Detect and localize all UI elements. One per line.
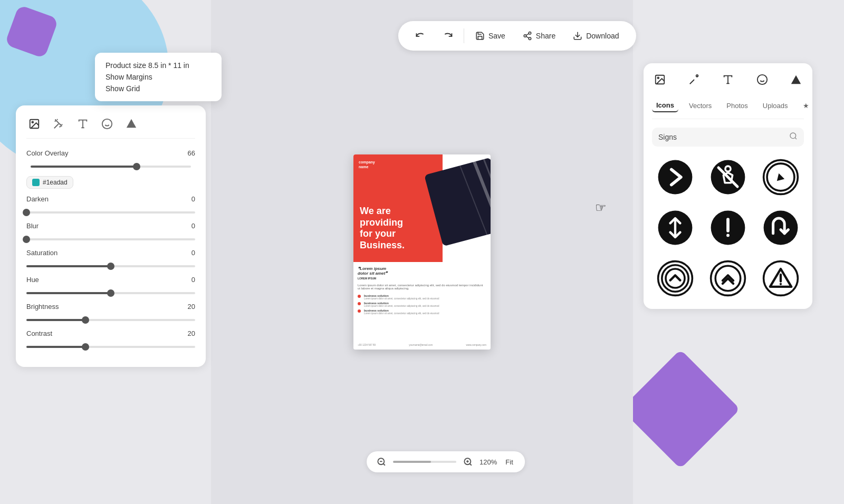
search-input[interactable] xyxy=(658,133,789,141)
svg-line-3 xyxy=(526,36,529,38)
icon-double-chevron[interactable] xyxy=(705,256,751,301)
share-icon xyxy=(522,31,533,41)
share-label: Share xyxy=(536,32,555,40)
saturation-label: Saturation xyxy=(26,249,74,257)
share-button[interactable]: Share xyxy=(516,27,562,44)
redo-icon xyxy=(443,31,453,41)
tooltip-panel: Product size 8.5 in * 11 in Show Margins… xyxy=(95,53,222,101)
blur-value: 0 xyxy=(179,222,195,230)
feature-row-2: business solution Lorem ipsum dolor sit … xyxy=(358,302,486,307)
svg-point-27 xyxy=(696,75,698,77)
product-size-text: Product size 8.5 in * 11 in xyxy=(106,61,211,70)
right-tab-shape[interactable] xyxy=(788,72,804,91)
darken-slider[interactable] xyxy=(26,211,195,214)
undo-icon xyxy=(415,31,426,41)
color-dot xyxy=(32,179,40,186)
download-label: Download xyxy=(586,32,619,40)
svg-line-17 xyxy=(454,154,491,262)
right-panel-top-icons xyxy=(652,72,804,91)
brightness-slider[interactable] xyxy=(26,319,195,321)
feature-dot-2 xyxy=(358,302,361,305)
blur-row: Blur 0 xyxy=(26,222,195,230)
icon-layered-chevron[interactable] xyxy=(652,256,698,301)
svg-point-47 xyxy=(764,211,798,245)
svg-point-50 xyxy=(666,269,685,288)
color-overlay-slider[interactable] xyxy=(31,166,191,168)
svg-line-8 xyxy=(55,120,62,127)
top-toolbar: Save Share Download xyxy=(398,21,636,51)
show-grid-text: Show Grid xyxy=(106,84,211,93)
right-panel-tabs: Icons Vectors Photos Uploads ★ xyxy=(652,99,804,119)
right-tab-emoji[interactable] xyxy=(754,72,770,91)
svg-marker-14 xyxy=(127,119,136,128)
redo-button[interactable] xyxy=(436,27,459,44)
svg-line-19 xyxy=(383,463,385,465)
right-tab-wand[interactable] xyxy=(686,72,702,91)
svg-point-34 xyxy=(790,133,796,139)
brightness-label: Brightness xyxy=(26,303,74,311)
design-quote: ❝Lorem ipsumdolor sit amet❞LOREM IPSUM xyxy=(358,266,486,280)
icon-exclamation-circle[interactable] xyxy=(705,206,751,250)
contrast-label: Contrast xyxy=(26,329,74,337)
save-icon xyxy=(475,31,485,41)
save-button[interactable]: Save xyxy=(468,27,512,44)
contrast-value: 20 xyxy=(179,329,195,337)
fit-button[interactable]: Fit xyxy=(502,457,516,467)
download-icon xyxy=(572,31,583,41)
zoom-in-button[interactable] xyxy=(462,455,474,468)
left-panel: Color Overlay 66 #1eadad Darken 0 Blur 0 xyxy=(16,105,206,367)
download-button[interactable]: Download xyxy=(566,27,625,44)
svg-point-11 xyxy=(102,119,112,129)
design-card: company name We areprovidingfor yourBusi… xyxy=(353,154,491,350)
svg-point-30 xyxy=(757,75,766,84)
svg-marker-33 xyxy=(791,75,801,84)
toolbar-divider xyxy=(464,28,464,43)
saturation-slider[interactable] xyxy=(26,265,195,267)
hue-value: 0 xyxy=(179,276,195,284)
blur-slider[interactable] xyxy=(26,238,195,240)
zoom-track[interactable] xyxy=(393,461,456,463)
right-tab-image[interactable] xyxy=(652,72,668,91)
tab-shape[interactable] xyxy=(123,116,139,132)
feature-dot-1 xyxy=(358,295,361,298)
tab-wand[interactable] xyxy=(51,116,66,132)
hue-label: Hue xyxy=(26,276,74,284)
color-overlay-value: 66 xyxy=(179,149,195,157)
bg-diamond-decoration xyxy=(621,350,740,469)
zoom-out-button[interactable] xyxy=(375,455,388,468)
icon-edit-circle[interactable] xyxy=(757,155,804,199)
svg-point-7 xyxy=(32,121,33,123)
right-tab-text[interactable] xyxy=(720,72,736,91)
saturation-row: Saturation 0 xyxy=(26,249,195,257)
svg-line-22 xyxy=(470,463,472,465)
icon-warning-triangle[interactable] xyxy=(757,256,804,301)
tab-uploads[interactable]: Uploads xyxy=(759,99,792,112)
left-panel-tabs xyxy=(26,116,195,139)
icon-no-pedestrian[interactable] xyxy=(705,155,751,199)
brightness-row: Brightness 20 xyxy=(26,303,195,311)
search-row xyxy=(652,128,804,147)
tab-photos[interactable]: Photos xyxy=(722,99,752,112)
blur-label: Blur xyxy=(26,222,74,230)
tab-text[interactable] xyxy=(75,116,91,132)
tab-favorites[interactable]: ★ xyxy=(799,99,813,112)
icon-chevron-right-circle[interactable] xyxy=(652,155,698,199)
tab-emoji[interactable] xyxy=(99,116,115,132)
feature-row-3: business solution Lorem ipsum dolor sit … xyxy=(358,309,486,315)
undo-button[interactable] xyxy=(409,27,432,44)
svg-line-16 xyxy=(480,154,491,262)
icon-u-turn[interactable] xyxy=(757,206,804,250)
design-footer: +00 1234 567 89 yourname@email.com www.c… xyxy=(358,344,486,346)
feature-dot-3 xyxy=(358,309,361,313)
contrast-slider[interactable] xyxy=(26,346,195,348)
hue-slider[interactable] xyxy=(26,292,195,294)
svg-point-26 xyxy=(657,77,659,79)
tab-image[interactable] xyxy=(26,116,42,132)
color-chip[interactable]: #1eadad xyxy=(26,176,73,189)
svg-point-46 xyxy=(726,234,730,237)
svg-point-56 xyxy=(780,283,782,285)
tab-icons[interactable]: Icons xyxy=(652,99,678,112)
search-button[interactable] xyxy=(789,132,798,142)
tab-vectors[interactable]: Vectors xyxy=(685,99,716,112)
icon-swap-vertical[interactable] xyxy=(652,206,698,250)
